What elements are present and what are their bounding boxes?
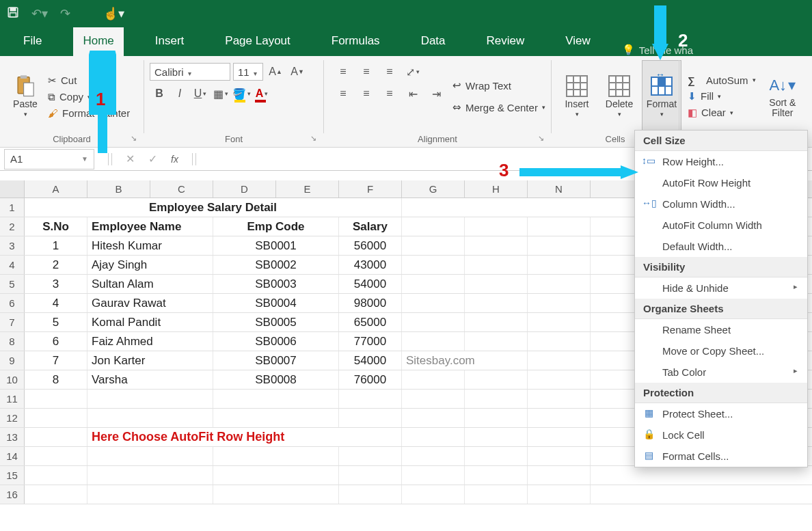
paste-button[interactable]: Paste ▾ (5, 60, 45, 133)
cell-code[interactable]: SB0007 (213, 351, 339, 370)
cell-salary[interactable]: 77000 (339, 332, 402, 351)
row-header-10[interactable]: 10 (0, 370, 25, 389)
align-top-icon[interactable]: ≡ (334, 63, 353, 81)
cell[interactable] (402, 313, 465, 331)
cell-name[interactable]: Sultan Alam (87, 275, 213, 293)
cell-name[interactable]: Ajay Singh (87, 256, 213, 274)
insert-cells-button[interactable]: Insert▾ (557, 60, 597, 133)
bold-button[interactable]: B (150, 85, 169, 103)
align-center-icon[interactable]: ≡ (357, 85, 376, 103)
cell[interactable] (213, 409, 339, 427)
cell[interactable] (339, 447, 402, 465)
cell[interactable] (402, 447, 465, 465)
cell[interactable] (528, 466, 591, 485)
cell[interactable] (528, 198, 591, 217)
align-bottom-icon[interactable]: ≡ (380, 63, 399, 81)
cancel-icon[interactable]: ✕ (126, 152, 135, 165)
cell-sno[interactable]: 2 (25, 256, 87, 274)
cell[interactable] (528, 256, 591, 274)
menu-column-width[interactable]: ↔▯Column Width... (635, 193, 807, 215)
select-all-corner[interactable] (0, 180, 25, 198)
cell[interactable] (402, 390, 465, 408)
cell[interactable] (465, 332, 528, 351)
cell-sno[interactable]: 1 (25, 236, 87, 255)
decrease-font-icon[interactable]: A▼ (288, 63, 307, 81)
cell[interactable] (465, 198, 528, 217)
row-header-6[interactable]: 6 (0, 294, 25, 312)
undo-icon[interactable]: ↶▾ (31, 6, 48, 21)
cell[interactable] (402, 217, 465, 236)
cell[interactable] (25, 409, 87, 427)
cell-name[interactable]: Hitesh Kumar (87, 236, 213, 255)
copy-button[interactable]: ⧉Copy▾ (45, 90, 133, 105)
cell[interactable] (87, 485, 213, 504)
cell[interactable] (402, 236, 465, 255)
cell[interactable] (402, 370, 465, 389)
menu-lock-cell[interactable]: 🔒Lock Cell (635, 424, 807, 446)
cell[interactable] (213, 466, 339, 485)
col-header-H[interactable]: H (465, 180, 528, 198)
cell[interactable] (528, 332, 591, 351)
cell[interactable] (528, 294, 591, 312)
tell-me-search[interactable]: 💡 Tell me wha (622, 44, 693, 56)
merge-center-button[interactable]: ⇔Merge & Center▾ (450, 100, 548, 115)
cell[interactable] (25, 428, 87, 446)
cell[interactable] (25, 390, 87, 408)
cell[interactable] (213, 447, 339, 465)
cell-code[interactable]: SB0002 (213, 256, 339, 274)
cell[interactable] (87, 447, 213, 465)
cell-sno[interactable]: 7 (25, 351, 87, 370)
align-left-icon[interactable]: ≡ (334, 85, 353, 103)
menu-protect-sheet[interactable]: ▦Protect Sheet... (635, 403, 807, 424)
orientation-icon[interactable]: ⤢ (403, 63, 422, 81)
fill-color-button[interactable]: 🪣 (232, 85, 251, 103)
font-color-button[interactable]: A (252, 85, 271, 103)
menu-move-copy-sheet[interactable]: Move or Copy Sheet... (635, 340, 807, 362)
cell[interactable] (465, 256, 528, 274)
cell-salary[interactable]: 56000 (339, 236, 402, 255)
cell[interactable] (465, 485, 528, 504)
header-sno[interactable]: S.No (25, 217, 87, 236)
row-header-1[interactable]: 1 (0, 198, 25, 217)
cell-salary[interactable]: 43000 (339, 256, 402, 274)
autosum-button[interactable]: ∑ AutoSum▾ (685, 73, 759, 87)
font-name-select[interactable]: Calibri (150, 63, 230, 81)
cell[interactable] (402, 275, 465, 293)
cell-name[interactable]: Gaurav Rawat (87, 294, 213, 312)
align-right-icon[interactable]: ≡ (380, 85, 399, 103)
decrease-indent-icon[interactable]: ⇤ (403, 85, 422, 103)
formula-resize-handle[interactable] (192, 153, 196, 165)
cell[interactable] (528, 236, 591, 255)
cell-name[interactable]: Jon Karter (87, 351, 213, 370)
menu-row-height[interactable]: ↕▭Row Height... (635, 151, 807, 172)
col-header-F[interactable]: F (339, 180, 402, 198)
cell[interactable] (213, 485, 339, 504)
row-header-12[interactable]: 12 (0, 409, 25, 427)
border-button[interactable]: ▦ (211, 85, 230, 103)
cell[interactable] (528, 390, 591, 408)
cell[interactable] (528, 409, 591, 427)
cell[interactable] (339, 485, 402, 504)
cell-salary[interactable]: 76000 (339, 370, 402, 389)
col-header-N[interactable]: N (528, 180, 591, 198)
tab-file[interactable]: File (14, 27, 51, 56)
menu-autofit-column-width[interactable]: AutoFit Column Width (635, 215, 807, 236)
tab-view[interactable]: View (556, 27, 600, 56)
cell[interactable] (528, 447, 591, 465)
wrap-text-button[interactable]: ↩Wrap Text (450, 78, 548, 93)
row-header-15[interactable]: 15 (0, 466, 25, 485)
cell[interactable] (528, 275, 591, 293)
row-header-11[interactable]: 11 (0, 390, 25, 408)
title-cell[interactable]: Employee Salary Detail (25, 198, 402, 217)
menu-rename-sheet[interactable]: Rename Sheet (635, 319, 807, 340)
clipboard-launcher-icon[interactable]: ↘ (131, 134, 137, 143)
cell-name[interactable]: Varsha (87, 370, 213, 389)
cell-salary[interactable]: 54000 (339, 351, 402, 370)
cell[interactable] (528, 313, 591, 331)
fx-icon[interactable]: fx (171, 154, 178, 165)
alignment-launcher-icon[interactable]: ↘ (538, 134, 544, 143)
col-header-D[interactable]: D (213, 180, 276, 198)
tab-page-layout[interactable]: Page Layout (215, 27, 299, 56)
menu-autofit-row-height[interactable]: AutoFit Row Height (635, 172, 807, 193)
cell[interactable] (465, 390, 528, 408)
